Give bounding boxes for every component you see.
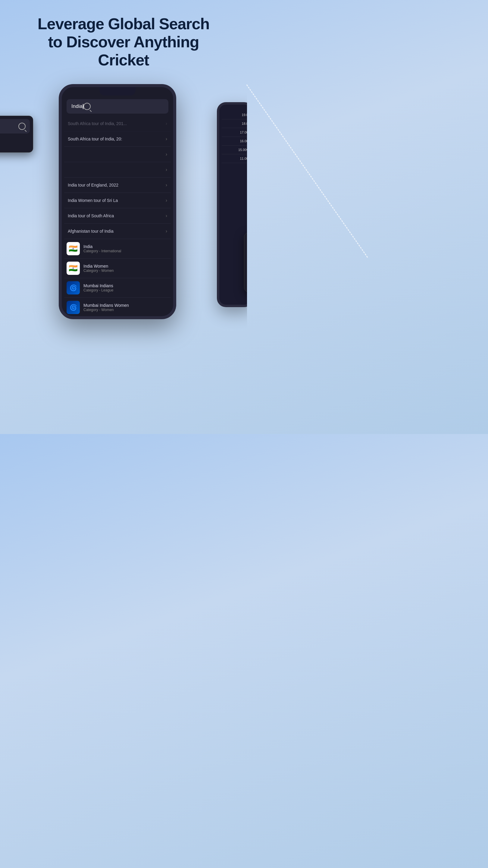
phone-screen: India South Africa tour of India, 201...… [62, 87, 173, 316]
price-16: 16.00 [222, 137, 247, 146]
result-empty-2[interactable]: › [64, 162, 171, 178]
team-mumbai-indians-women[interactable]: 🌀 Mumbai Indians Women Category - Women [64, 298, 171, 316]
india-search-popup: India Royal Challengers Bangalore Women … [244, 233, 247, 292]
chevron-icon: › [166, 198, 167, 203]
rohit-search-bar[interactable]: Rohit Sharma [0, 119, 30, 133]
mumbai-indians-logo: 🌀 [67, 281, 80, 294]
india-women-name: India Women [84, 264, 168, 269]
miw-name: Mumbai Indians Women [84, 303, 168, 308]
main-phone: India South Africa tour of India, 201...… [59, 84, 176, 319]
page-title: Leverage Global Search to Discover Anyth… [0, 0, 247, 78]
india-info: India Category - International [84, 244, 168, 253]
chevron-icon: › [166, 182, 167, 188]
search-input-display: India [71, 103, 84, 110]
price-18: 18.0 [222, 119, 247, 128]
result-tour-1[interactable]: South Africa tour of India, 201... › [64, 116, 171, 131]
mi-category: Category - League [84, 288, 168, 292]
price-11: 11.00 [222, 154, 247, 163]
mi-name: Mumbai Indians [84, 283, 168, 288]
result-text: Afghanistan tour of India [68, 229, 166, 234]
team-india-women[interactable]: 🇮🇳 India Women Category - Women [64, 258, 171, 278]
search-icon[interactable] [84, 103, 91, 110]
india-women-info: India Women Category - Women [84, 264, 168, 273]
chevron-icon: › [166, 136, 167, 142]
chevron-icon: › [166, 121, 167, 126]
miw-info: Mumbai Indians Women Category - Women [84, 303, 168, 312]
india-category: Category - International [84, 249, 168, 253]
match-card: Royal Challengers Bangalore Women vs Mum… [244, 248, 247, 292]
result-empty-1[interactable]: › [64, 147, 171, 162]
chevron-icon: › [166, 152, 167, 157]
result-tour-england[interactable]: India tour of England, 2022 › [64, 178, 171, 193]
india-flag: 🇮🇳 [67, 242, 80, 255]
result-tour-southafrica[interactable]: India tour of South Africa › [64, 208, 171, 224]
result-tour-srilanka[interactable]: India Women tour of Sri La › [64, 193, 171, 208]
phone-notch [99, 87, 135, 96]
rohit-sharma-popup: Rohit Sharma 🏏 Rohit Sharma top-order ba… [0, 116, 33, 153]
miw-category: Category - Women [84, 308, 168, 312]
result-tour-2[interactable]: South Africa tour of India, 20: › [64, 131, 171, 147]
team-india[interactable]: 🇮🇳 India Category - International [64, 239, 171, 258]
india-women-flag: 🇮🇳 [67, 261, 80, 275]
team-mumbai-indians[interactable]: 🌀 Mumbai Indians Category - League [64, 278, 171, 298]
india-name: India [84, 244, 168, 249]
mumbai-indians-women-logo: 🌀 [67, 301, 80, 314]
price-15: 15.00v [222, 146, 247, 154]
price-19: 19.0 [222, 111, 247, 119]
chevron-icon: › [166, 228, 167, 234]
result-text: South Africa tour of India, 201... [68, 121, 166, 126]
price-17: 17.00 [222, 128, 247, 137]
main-search-bar[interactable]: India [67, 99, 168, 114]
result-text: South Africa tour of India, 20: [68, 136, 166, 141]
rohit-result-item: 🏏 Rohit Sharma top-order batter [0, 133, 33, 152]
chevron-icon: › [166, 167, 167, 173]
mi-info: Mumbai Indians Category - League [84, 283, 168, 292]
phone-showcase: Rohit Sharma 🏏 Rohit Sharma top-order ba… [0, 84, 247, 319]
chevron-icon: › [166, 213, 167, 218]
result-text: India Women tour of Sri La [68, 198, 166, 203]
result-tour-afghanistan[interactable]: Afghanistan tour of India › [64, 224, 171, 239]
results-list: South Africa tour of India, 201... › Sou… [62, 116, 173, 316]
india-women-category: Category - Women [84, 269, 168, 273]
rohit-search-text: Rohit Sharma [0, 124, 19, 129]
rohit-search-icon [19, 123, 26, 130]
result-text: India tour of South Africa [68, 213, 166, 218]
result-text: India tour of England, 2022 [68, 183, 166, 187]
right-phone: 19.0 18.0 17.00 16.00 15.00v 11.00 [217, 102, 247, 307]
right-phone-content: 19.0 18.0 17.00 16.00 15.00v 11.00 [219, 104, 247, 169]
